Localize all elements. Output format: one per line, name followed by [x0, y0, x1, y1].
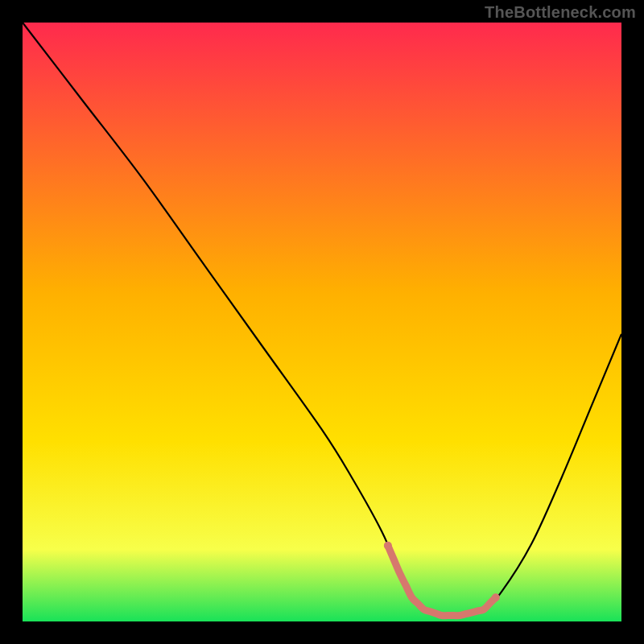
highlight-dot-left	[384, 542, 392, 550]
watermark-text: TheBottleneck.com	[485, 3, 636, 22]
chart-plot-area	[23, 23, 621, 621]
bottleneck-chart	[0, 0, 644, 644]
highlight-dot-right	[492, 593, 500, 601]
